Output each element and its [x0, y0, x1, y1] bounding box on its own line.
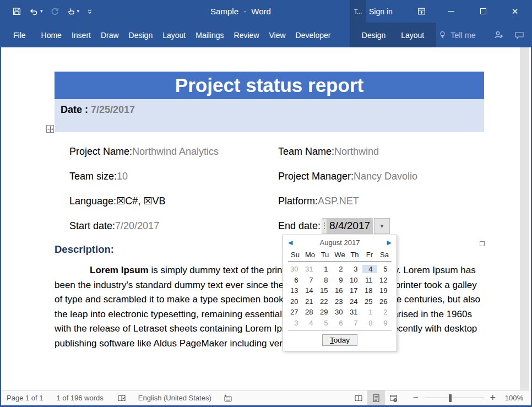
calendar-day[interactable]: 22 [318, 297, 333, 306]
touch-mode-dropdown-icon[interactable]: ▾ [77, 9, 80, 14]
tell-me-button[interactable]: Tell me [438, 23, 476, 47]
calendar-day[interactable]: 28 [303, 308, 318, 316]
language-status[interactable]: English (United States) [138, 394, 211, 402]
calendar-day[interactable]: 11 [362, 276, 377, 284]
vertical-scrollbar[interactable] [520, 47, 529, 390]
field-value[interactable]: 7/20/2017 [115, 219, 159, 232]
calendar-day[interactable]: 9 [377, 319, 392, 327]
share-contact-button[interactable] [493, 23, 504, 47]
calendar-day[interactable]: 2 [333, 265, 348, 273]
calendar-day[interactable]: 2 [377, 308, 392, 316]
calendar-day[interactable]: 5 [318, 319, 333, 327]
calendar-day[interactable]: 7 [303, 276, 318, 284]
ribbon-display-options-button[interactable] [411, 0, 431, 23]
field-value[interactable]: 10 [117, 170, 128, 183]
calendar-day[interactable]: 31 [348, 308, 362, 316]
calendar-day[interactable]: 9 [333, 276, 348, 284]
comments-button[interactable] [514, 23, 524, 47]
proofing-status-button[interactable] [117, 394, 127, 403]
customize-qat-button[interactable] [86, 8, 93, 15]
print-layout-button[interactable] [367, 390, 385, 405]
calendar-day[interactable]: 24 [348, 297, 362, 306]
zoom-out-button[interactable]: − [409, 392, 422, 404]
tab-view[interactable]: View [264, 23, 291, 47]
calendar-day[interactable]: 8 [318, 276, 333, 284]
calendar-day[interactable]: 13 [288, 286, 303, 295]
calendar-day[interactable]: 4 [303, 319, 318, 327]
calendar-day[interactable]: 3 [288, 319, 303, 327]
calendar-day[interactable]: 8 [362, 319, 377, 327]
date-value[interactable]: 7/25/2017 [91, 104, 135, 115]
undo-dropdown-icon[interactable]: ▾ [40, 9, 43, 14]
calendar-day[interactable]: 1 [362, 308, 377, 316]
calendar-day[interactable]: 12 [377, 276, 392, 284]
today-button[interactable]: Today [322, 334, 357, 346]
next-month-icon[interactable]: ▶ [383, 240, 392, 246]
page-info[interactable]: Page 1 of 1 [7, 394, 44, 402]
tab-mailings[interactable]: Mailings [191, 23, 229, 47]
macro-recording-button[interactable] [223, 394, 233, 403]
calendar-day[interactable]: 1 [318, 265, 333, 273]
tab-insert[interactable]: Insert [67, 23, 96, 47]
zoom-slider[interactable] [425, 398, 484, 398]
calendar-day[interactable]: 31 [303, 265, 318, 273]
date-picker-dropdown-button[interactable]: ▾ [374, 218, 390, 234]
calendar-day[interactable]: 18 [362, 286, 377, 295]
calendar-day[interactable]: 21 [303, 297, 318, 306]
document-page[interactable]: Project status report Date : 7/25/2017 P… [1, 47, 531, 390]
calendar-day[interactable]: 23 [333, 297, 348, 306]
previous-month-icon[interactable]: ◀ [288, 240, 297, 246]
calendar-day[interactable]: 5 [377, 265, 392, 273]
calendar-day[interactable]: 29 [318, 308, 333, 316]
calendar-day[interactable]: 25 [362, 297, 377, 306]
calendar-day[interactable]: 30 [288, 265, 303, 273]
tab-draw[interactable]: Draw [96, 23, 124, 47]
tab-review[interactable]: Review [229, 23, 264, 47]
tab-design[interactable]: Design [124, 23, 158, 47]
calendar-day[interactable]: 17 [348, 286, 362, 295]
word-count[interactable]: 1 of 196 words [57, 394, 104, 402]
save-button[interactable] [12, 7, 21, 16]
close-button[interactable]: ✕ [499, 0, 531, 23]
calendar-day[interactable]: 4 [362, 265, 377, 273]
calendar-day[interactable]: 14 [303, 286, 318, 295]
field-value[interactable]: Nancy Davolio [354, 170, 417, 183]
minimize-button[interactable] [435, 0, 467, 23]
zoom-in-button[interactable]: + [486, 392, 500, 404]
calendar-day[interactable]: 7 [348, 319, 362, 327]
field-value[interactable]: Northwind [334, 145, 379, 158]
tab-file[interactable]: File [8, 23, 31, 47]
content-control-anchor-handle[interactable] [480, 241, 485, 246]
calendar-day[interactable]: 19 [377, 286, 392, 295]
tab-table-layout[interactable]: Layout [398, 23, 427, 47]
field-value[interactable]: Northwind Analytics [132, 145, 219, 158]
end-date-value[interactable]: 8/4/2017 [327, 218, 373, 234]
calendar-day[interactable]: 10 [348, 276, 362, 284]
end-date-picker[interactable]: 8/4/2017 ▾ [322, 218, 390, 234]
calendar-day[interactable]: 15 [318, 286, 333, 295]
calendar-day[interactable]: 6 [288, 276, 303, 284]
tab-home[interactable]: Home [36, 23, 67, 47]
calendar-day[interactable]: 6 [333, 319, 348, 327]
maximize-button[interactable] [467, 0, 499, 23]
calendar-day[interactable]: 20 [288, 297, 303, 306]
field-value[interactable]: ASP.NET [318, 194, 359, 208]
calendar-day[interactable]: 30 [333, 308, 348, 316]
undo-button[interactable]: ▾ [29, 7, 43, 16]
field-value[interactable]: ☒C#, ☒VB [116, 194, 165, 208]
zoom-slider-thumb[interactable] [449, 394, 452, 402]
content-control-handle-icon[interactable] [322, 218, 327, 234]
calendar-day[interactable]: 27 [288, 308, 303, 316]
calendar-day[interactable]: 26 [377, 297, 392, 306]
touch-mode-button[interactable]: ▾ [67, 7, 80, 16]
calendar-day[interactable]: 16 [333, 286, 348, 295]
web-layout-button[interactable] [385, 390, 403, 405]
tab-developer[interactable]: Developer [291, 23, 336, 47]
tab-layout[interactable]: Layout [158, 23, 191, 47]
sign-in-button[interactable]: Sign in [369, 0, 393, 23]
calendar-day[interactable]: 3 [348, 265, 362, 273]
tab-table-design[interactable]: Design [359, 23, 389, 47]
table-move-handle[interactable] [46, 125, 54, 133]
zoom-level[interactable]: 100% [505, 394, 523, 402]
read-mode-button[interactable] [350, 390, 367, 405]
